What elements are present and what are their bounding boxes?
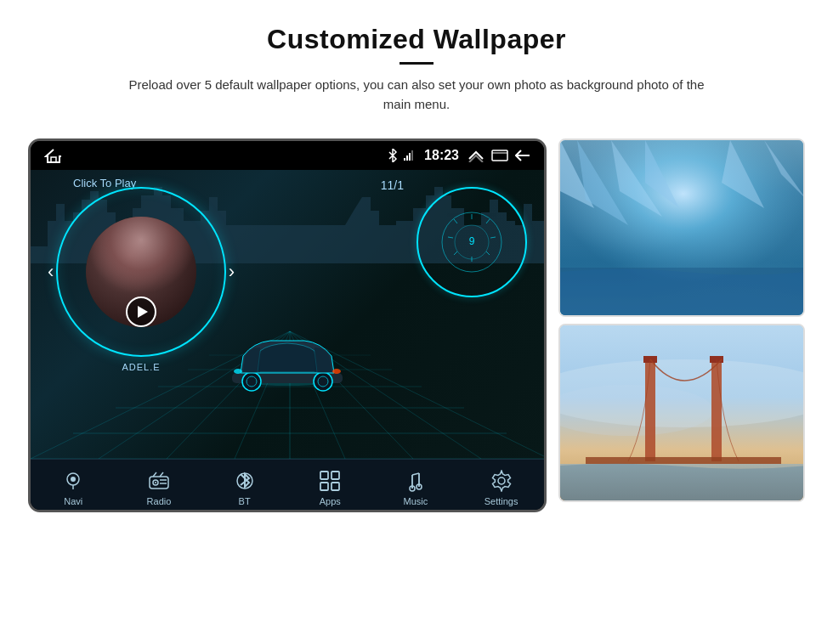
svg-line-59 [412,473,419,475]
apps-icon [317,468,343,494]
screen-nav: Navi Radio [31,459,544,512]
right-gauge: 9 [416,187,527,297]
svg-line-32 [454,219,457,223]
status-icons [387,149,416,162]
svg-point-47 [155,482,156,483]
ice-cave-image [560,140,803,315]
svg-rect-3 [409,153,411,161]
radio-icon [146,468,172,494]
music-outer-ring [56,187,226,357]
svg-point-62 [498,477,505,484]
status-right: 18:23 [387,148,530,163]
car-image [219,332,355,395]
album-art [86,217,196,327]
screen-main: Click To Play 11/1 ‹ [31,170,544,459]
svg-line-28 [486,251,490,255]
bt-label: BT [239,496,251,506]
status-left [44,148,63,163]
music-label: Music [404,496,428,506]
svg-line-26 [486,219,490,223]
svg-line-27 [490,237,496,238]
svg-rect-5 [492,150,507,161]
play-button[interactable] [126,297,156,327]
date-display: 11/1 [381,178,404,192]
svg-line-30 [454,251,457,255]
page-title: Customized Wallpaper [128,24,706,55]
album-art-bg [86,217,196,327]
nav-item-settings[interactable]: Settings [468,468,536,506]
svg-point-41 [332,369,341,374]
title-section: Customized Wallpaper Preload over 5 defa… [128,24,706,115]
title-divider [400,62,434,65]
settings-icon [489,468,514,494]
content-area: 18:23 [28,138,805,512]
gauge-ring: 9 [416,187,527,297]
svg-rect-56 [332,483,339,490]
svg-point-39 [318,376,328,387]
radio-label: Radio [147,496,172,506]
svg-text:9: 9 [469,235,475,247]
page-wrapper: Customized Wallpaper Preload over 5 defa… [0,0,833,644]
svg-rect-69 [711,359,722,461]
prev-button[interactable]: ‹ [48,261,54,283]
svg-rect-2 [406,155,408,161]
svg-rect-53 [320,472,328,479]
svg-rect-55 [320,483,328,490]
nav-item-radio[interactable]: Radio [125,468,193,506]
svg-point-43 [71,477,76,482]
car-screen: 18:23 [28,138,547,512]
svg-point-37 [246,376,257,387]
svg-line-31 [448,237,453,238]
nav-item-bt[interactable]: BT [211,468,279,506]
navi-icon [60,468,86,494]
music-icon [403,468,428,494]
nav-icons [468,149,530,162]
nav-item-navi[interactable]: Navi [39,468,107,506]
navi-label: Navi [64,496,82,506]
time-display: 18:23 [424,148,459,163]
svg-rect-72 [586,457,781,464]
up-arrow-icon [468,149,484,162]
window-icon [491,150,508,161]
status-bar: 18:23 [31,141,544,170]
wallpaper-thumb-ice[interactable] [558,138,805,317]
svg-rect-54 [332,472,339,479]
apps-label: Apps [320,496,341,506]
bridge-image [560,325,803,500]
wallpaper-panel [558,138,805,502]
signal-icon [404,150,416,161]
music-player: ‹ [56,187,226,357]
bluetooth-icon [387,149,399,162]
album-face [86,217,196,294]
bt-icon [232,468,258,494]
nav-item-music[interactable]: Music [382,468,450,506]
next-button[interactable]: › [229,261,235,283]
gauge-svg: 9 [434,204,510,280]
svg-point-40 [234,369,242,374]
svg-rect-1 [404,158,405,161]
svg-rect-68 [645,359,655,461]
back-icon [515,150,530,161]
artist-name: ADEL.E [56,362,226,372]
settings-label: Settings [484,496,518,506]
page-subtitle: Preload over 5 default wallpaper options… [128,75,706,115]
svg-rect-4 [411,150,413,161]
home-icon [44,148,63,163]
wallpaper-thumb-bridge[interactable] [558,324,805,502]
play-triangle [138,306,148,318]
nav-item-apps[interactable]: Apps [296,468,364,506]
